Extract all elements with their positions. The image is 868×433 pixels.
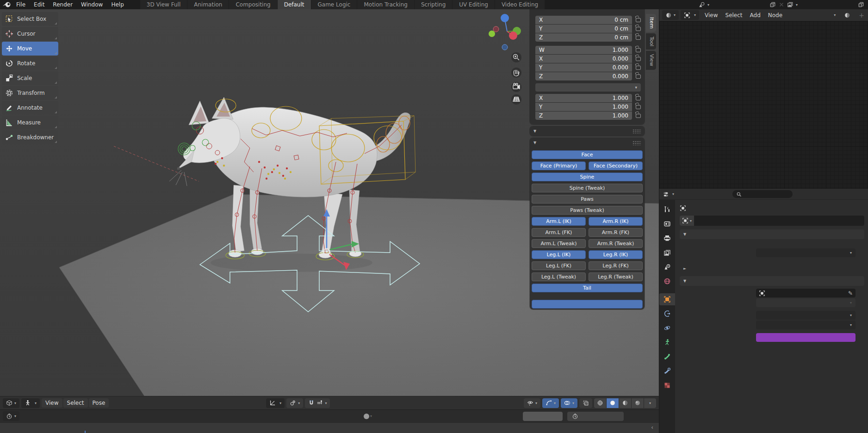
- lock-icon[interactable]: [636, 114, 641, 118]
- scene-selector[interactable]: ▾: [699, 1, 785, 8]
- sidebar-tab[interactable]: View: [646, 51, 656, 69]
- workspace-tab[interactable]: Animation: [187, 0, 229, 9]
- properties-tab-object[interactable]: [659, 293, 675, 305]
- object-visibility-dropdown[interactable]: ▾: [524, 398, 540, 408]
- tool-scale[interactable]: Scale: [2, 71, 58, 85]
- node-editor-menu[interactable]: Add: [746, 12, 764, 19]
- rig-layer-root-button[interactable]: [532, 300, 643, 309]
- viewport-menu[interactable]: View: [42, 398, 62, 408]
- rig-layers-header[interactable]: ▼: [530, 138, 645, 148]
- breadcrumb[interactable]: [680, 203, 864, 214]
- lock-icon[interactable]: [636, 105, 641, 109]
- workspace-tab[interactable]: UV Editing: [453, 0, 495, 9]
- number-field[interactable]: Y 0 cm: [535, 25, 632, 33]
- new-scene-icon[interactable]: [769, 1, 776, 8]
- tool-annotate[interactable]: Annotate: [2, 101, 58, 115]
- playhead[interactable]: [85, 431, 86, 433]
- tracking-axis-dropdown[interactable]: ▾: [756, 311, 856, 320]
- axis-z-ball[interactable]: [501, 14, 509, 22]
- tool-rotate[interactable]: Rotate: [2, 56, 58, 70]
- shading-rend ered-button[interactable]: [632, 398, 644, 408]
- relations-panel-header[interactable]: ▼: [680, 276, 864, 286]
- rig-layer-button[interactable]: Leg.R (IK): [589, 250, 643, 259]
- tool-cursor[interactable]: Cursor: [2, 27, 58, 41]
- delta-transform-panel-header[interactable]: ►: [680, 264, 864, 273]
- rig-layer-button[interactable]: Arm.R (IK): [589, 217, 643, 226]
- mode-dropdown[interactable]: ▾: [21, 398, 40, 408]
- up-axis-dropdown[interactable]: ▾: [756, 321, 856, 329]
- number-field[interactable]: W 1.000: [535, 46, 632, 54]
- properties-tab-constraints[interactable]: [660, 308, 674, 320]
- pass-index-field[interactable]: [756, 333, 856, 342]
- properties-tab-render[interactable]: [660, 218, 674, 230]
- number-field[interactable]: Z 0 cm: [535, 33, 632, 42]
- number-field[interactable]: X 1.000: [535, 94, 632, 102]
- editor-type-button[interactable]: ▾: [3, 411, 19, 421]
- number-field[interactable]: X 0.000: [535, 55, 632, 63]
- rig-layer-button[interactable]: Arm.R (FK): [589, 228, 643, 237]
- properties-tab-bone-constraint[interactable]: [660, 365, 674, 377]
- viewport-menu[interactable]: Pose: [89, 398, 109, 408]
- render-layer-selector[interactable]: ▾: [787, 1, 864, 8]
- number-field[interactable]: X 0 cm: [535, 16, 632, 24]
- properties-tab-object-data[interactable]: [660, 336, 674, 348]
- properties-tab-output[interactable]: [660, 232, 674, 244]
- rig-layer-button[interactable]: Leg.R (Tweak): [589, 272, 643, 281]
- properties-tab-bone[interactable]: [660, 351, 674, 363]
- lock-icon[interactable]: [636, 36, 641, 40]
- rig-layer-button[interactable]: Paws (Tweak): [532, 206, 643, 215]
- delete-scene-icon[interactable]: [778, 1, 785, 8]
- rig-layer-button[interactable]: Face (Primary): [532, 161, 586, 170]
- eyedropper-icon[interactable]: ✎: [848, 290, 853, 297]
- rig-layer-button[interactable]: Face: [532, 150, 643, 159]
- shading-options-dropdown[interactable]: ▾: [644, 398, 656, 408]
- snap-toggle-button[interactable]: ▾: [305, 398, 330, 408]
- number-field[interactable]: Y 1.000: [535, 103, 632, 111]
- viewport-menu[interactable]: Select: [63, 398, 88, 408]
- auto-keying-toggle[interactable]: [364, 414, 369, 419]
- topbar-menu[interactable]: Render: [49, 0, 77, 9]
- properties-search-input[interactable]: [732, 190, 793, 198]
- collapse-arrow-icon[interactable]: ‹: [651, 424, 653, 431]
- transform-panel-header[interactable]: ▼: [680, 229, 864, 239]
- new-material-button[interactable]: +: [859, 12, 864, 19]
- lock-icon[interactable]: [636, 48, 641, 52]
- tool-transform[interactable]: Transform: [2, 86, 58, 100]
- parent-object-field[interactable]: ✎: [756, 289, 856, 297]
- number-field[interactable]: Z 0.000: [535, 72, 632, 80]
- id-type-dropdown[interactable]: ▾: [680, 216, 694, 226]
- properties-tab-tool[interactable]: [660, 204, 674, 216]
- rig-layer-button[interactable]: Arm.L (FK): [532, 228, 586, 237]
- sidebar-tab[interactable]: Item: [646, 14, 656, 32]
- rig-layer-button[interactable]: Arm.R (Tweak): [589, 239, 643, 248]
- properties-tab-view-layer[interactable]: [660, 247, 674, 259]
- workspace-tab[interactable]: Game Logic: [311, 0, 357, 9]
- new-render-layer-icon[interactable]: [858, 1, 864, 8]
- properties-tab-world[interactable]: [660, 275, 674, 287]
- lock-icon[interactable]: [636, 27, 641, 31]
- rig-main-properties-header[interactable]: ▼: [530, 126, 645, 136]
- topbar-menu[interactable]: Help: [107, 0, 128, 9]
- shading-material-button[interactable]: [619, 398, 631, 408]
- show-gizmo-toggle[interactable]: ▾: [542, 398, 559, 408]
- editor-type-button[interactable]: ▾: [3, 398, 19, 408]
- rig-layer-button[interactable]: Leg.R (FK): [589, 261, 643, 270]
- node-editor-menu[interactable]: Node: [764, 12, 786, 19]
- tool-breakdowner[interactable]: Breakdowner: [2, 130, 58, 144]
- tool-select-box[interactable]: Select Box: [2, 12, 58, 26]
- node-editor-menu[interactable]: Select: [722, 12, 746, 19]
- tool-move[interactable]: Move: [2, 42, 58, 56]
- rig-layer-button[interactable]: Paws: [532, 195, 643, 204]
- workspace-tab[interactable]: Default: [278, 0, 311, 9]
- topbar-menu[interactable]: Edit: [30, 0, 49, 9]
- lock-icon[interactable]: [636, 66, 641, 70]
- drag-handle-icon[interactable]: [632, 141, 641, 145]
- timeline-ruler[interactable]: ‹: [0, 422, 659, 433]
- current-frame-field[interactable]: [523, 412, 563, 421]
- transform-orientation-dropdown[interactable]: ▾: [266, 398, 285, 408]
- rotation-mode-dropdown[interactable]: ▾: [756, 248, 856, 257]
- pivot-point-dropdown[interactable]: ▾: [286, 398, 303, 408]
- rotation-mode-dropdown[interactable]: ▾: [535, 83, 641, 92]
- shading-solid-button[interactable]: [607, 398, 619, 408]
- properties-tab-physics[interactable]: [660, 322, 674, 334]
